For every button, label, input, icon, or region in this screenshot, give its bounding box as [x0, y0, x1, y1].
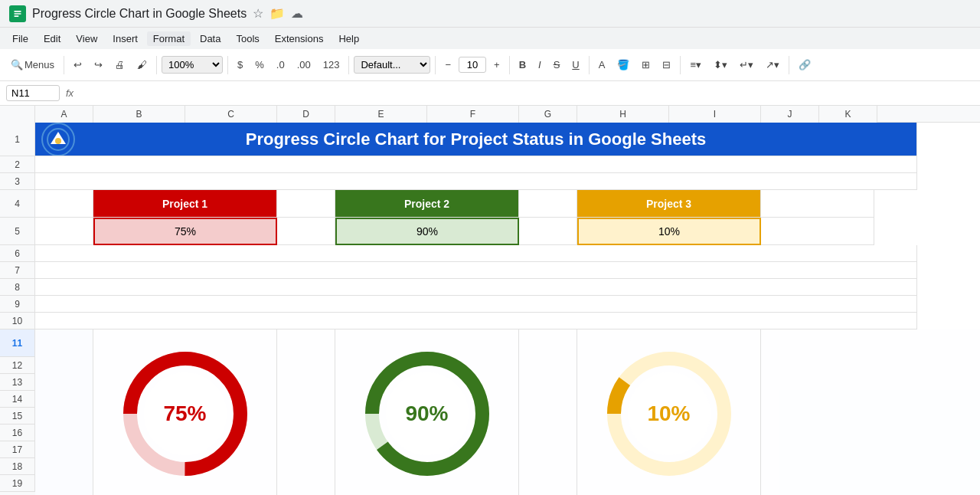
menu-view[interactable]: View [70, 31, 103, 46]
borders-button[interactable]: ⊞ [637, 57, 655, 73]
row-header-18[interactable]: 18 [0, 458, 35, 475]
search-icon: 🔍 [11, 59, 23, 70]
strikethrough-button[interactable]: S [549, 57, 565, 73]
col-header-g[interactable]: G [519, 106, 577, 123]
row-header-1[interactable]: 1 [0, 123, 35, 156]
redo-button[interactable]: ↪ [90, 57, 107, 73]
row-header-4[interactable]: 4 [0, 190, 35, 218]
menu-data[interactable]: Data [194, 31, 227, 46]
menu-help[interactable]: Help [332, 31, 365, 46]
dec-increase-button[interactable]: .00 [292, 57, 315, 73]
font-size-increase-button[interactable]: + [489, 57, 505, 73]
menu-edit[interactable]: Edit [38, 31, 67, 46]
row-header-7[interactable]: 7 [0, 262, 35, 279]
col-header-i[interactable]: I [669, 106, 761, 123]
cloud-icon[interactable]: ☁ [291, 6, 303, 21]
rotate-button[interactable]: ↗▾ [761, 57, 784, 73]
col-header-f[interactable]: F [427, 106, 519, 123]
row5-a [35, 218, 93, 245]
align-button[interactable]: ≡▾ [685, 57, 706, 73]
col-header-h[interactable]: H [577, 106, 669, 123]
project3-circle-cell: 10% [577, 329, 761, 495]
col-header-d[interactable]: D [277, 106, 335, 123]
row-header-10[interactable]: 10 [0, 313, 35, 329]
merge-button[interactable]: ⊟ [658, 57, 675, 73]
row-headers: 1 2 3 4 5 6 7 8 9 10 11 12 13 14 15 16 1… [0, 123, 35, 495]
row2-empty [35, 156, 917, 173]
dec-decrease-button[interactable]: .0 [272, 57, 289, 73]
col-header-c[interactable]: C [185, 106, 277, 123]
separator-4 [348, 56, 349, 74]
font-size-input[interactable] [459, 57, 486, 73]
menus-button[interactable]: 🔍 Menus [6, 57, 59, 73]
row-7 [35, 262, 980, 279]
project1-circle-cell: 75% [93, 329, 277, 495]
project3-circle: 10% [600, 345, 738, 483]
menu-insert[interactable]: Insert [106, 31, 144, 46]
row-header-13[interactable]: 13 [0, 374, 35, 391]
undo-button[interactable]: ↩ [69, 57, 87, 73]
folder-icon[interactable]: 📁 [270, 6, 285, 21]
font-select[interactable]: Default... [354, 56, 430, 74]
underline-button[interactable]: U [567, 57, 583, 73]
italic-button[interactable]: I [534, 57, 546, 73]
project1-percent-text: 75% [163, 402, 206, 426]
row-header-16[interactable]: 16 [0, 425, 35, 441]
menu-format[interactable]: Format [147, 31, 191, 46]
print-button[interactable]: 🖨 [110, 57, 129, 73]
row-header-5[interactable]: 5 [0, 218, 35, 245]
cell-reference-input[interactable] [6, 85, 60, 101]
row-header-8[interactable]: 8 [0, 279, 35, 296]
bold-button[interactable]: B [514, 57, 531, 73]
svg-point-5 [55, 138, 61, 144]
more-formats-button[interactable]: 123 [318, 57, 345, 73]
svg-rect-2 [14, 13, 21, 15]
row-header-3[interactable]: 3 [0, 173, 35, 190]
app-icon [9, 5, 26, 22]
formula-input[interactable] [80, 87, 974, 99]
row-header-19[interactable]: 19 [0, 475, 35, 492]
valign-button[interactable]: ⬍▾ [709, 57, 732, 73]
col-header-j[interactable]: J [761, 106, 819, 123]
font-size-decrease-button[interactable]: − [440, 57, 456, 73]
project1-label: Project 1 [93, 190, 277, 218]
star-icon[interactable]: ☆ [253, 6, 263, 21]
wrap-button[interactable]: ↵▾ [735, 57, 758, 73]
col-header-a[interactable]: A [35, 106, 93, 123]
col-header-e[interactable]: E [335, 106, 427, 123]
circle-row-g [519, 329, 577, 495]
row-header-9[interactable]: 9 [0, 296, 35, 313]
row-header-12[interactable]: 12 [0, 357, 35, 374]
percent-button[interactable]: % [250, 57, 269, 73]
row-header-15[interactable]: 15 [0, 408, 35, 425]
paint-format-button[interactable]: 🖌 [132, 57, 152, 73]
currency-button[interactable]: $ [233, 57, 247, 73]
grid-area: Progress Circle Chart for Project Status… [35, 123, 980, 495]
separator-7 [589, 56, 590, 74]
row-header-11[interactable]: 11 [0, 329, 35, 357]
project2-percent-text: 90% [405, 402, 448, 426]
separator-1 [64, 56, 64, 74]
header-banner-text: Progress Circle Chart for Project Status… [246, 129, 707, 149]
menu-file[interactable]: File [6, 31, 34, 46]
link-button[interactable]: 🔗 [794, 57, 815, 73]
text-color-button[interactable]: A [594, 57, 610, 73]
separator-9 [789, 56, 789, 74]
sheet-body: 1 2 3 4 5 6 7 8 9 10 11 12 13 14 15 16 1… [0, 123, 980, 495]
row-header-14[interactable]: 14 [0, 391, 35, 408]
zoom-select[interactable]: 100% [162, 56, 223, 74]
menu-tools[interactable]: Tools [230, 31, 265, 46]
separator-3 [227, 56, 228, 74]
row5-d [277, 218, 335, 245]
project2-circle: 90% [358, 345, 496, 483]
menu-extensions[interactable]: Extensions [269, 31, 330, 46]
row-header-6[interactable]: 6 [0, 245, 35, 262]
fill-color-button[interactable]: 🪣 [612, 57, 634, 73]
row-header-17[interactable]: 17 [0, 441, 35, 458]
row-3 [35, 173, 980, 190]
row-4: Project 1 Project 2 Project 3 [35, 190, 980, 218]
col-header-k[interactable]: K [819, 106, 877, 123]
row-header-2[interactable]: 2 [0, 156, 35, 173]
col-header-b[interactable]: B [93, 106, 185, 123]
project2-circle-cell: 90% [335, 329, 519, 495]
